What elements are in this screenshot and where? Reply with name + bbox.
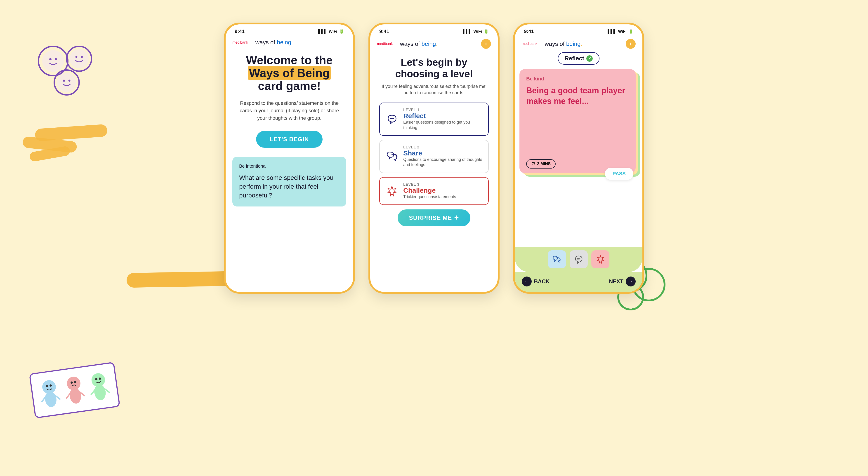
level-1-card[interactable]: LEVEL 1 Reflect Easier questions designe… — [379, 102, 489, 136]
bottom-card-reflect[interactable] — [569, 250, 588, 268]
brand-logo-2: medibank ways of being. — [377, 40, 438, 47]
svg-point-10 — [63, 80, 65, 82]
bottom-cards-row — [515, 247, 643, 272]
status-bar-3: 9:41 ▌▌▌ WiFi 🔋 — [515, 24, 643, 37]
level-1-info: LEVEL 1 Reflect Easier questions designe… — [403, 108, 483, 130]
reflect-header: Reflect ✓ — [515, 52, 643, 65]
level-2-card[interactable]: LEVEL 2 Share Questions to encourage sha… — [379, 140, 489, 173]
surprise-me-button[interactable]: SURPRISE ME ✦ — [398, 210, 470, 226]
status-bar-2: 9:41 ▌▌▌ WiFi 🔋 — [370, 24, 498, 37]
svg-point-4 — [70, 49, 89, 68]
battery-icon-3: 🔋 — [628, 29, 633, 34]
back-arrow: ← — [522, 277, 532, 286]
nav-bar-1: medibank ways of being. — [225, 37, 353, 49]
signal-icon-3: ▌▌▌ — [608, 29, 616, 34]
status-icons-2: ▌▌▌ WiFi 🔋 — [463, 29, 489, 34]
svg-point-38 — [578, 258, 579, 260]
svg-point-37 — [577, 258, 578, 260]
wifi-icon-2: WiFi — [473, 29, 482, 34]
phone-1: 9:41 ▌▌▌ WiFi 🔋 medibank ways of being. … — [224, 23, 355, 294]
choose-level-description: If you're feeling adventurous select the… — [379, 83, 489, 96]
bottom-card-share[interactable] — [548, 250, 566, 268]
brand-medi-1: medi — [232, 40, 240, 44]
brand-logo-1: medibank ways of being. — [232, 39, 293, 46]
bottom-navigation: ← BACK NEXT → — [515, 272, 643, 292]
wifi-icon: WiFi — [329, 29, 337, 34]
brand-logo-3: medibank ways of being. — [522, 40, 582, 47]
level-2-info: LEVEL 2 Share Questions to encourage sha… — [403, 145, 483, 168]
phone1-content: Welcome to the Ways of Being card game! … — [225, 49, 353, 292]
info-button-2[interactable]: i — [481, 39, 491, 49]
purple-circles-decoration — [35, 43, 103, 102]
svg-point-11 — [68, 80, 70, 82]
card-label-1: Be intentional — [239, 164, 340, 169]
time-2: 9:41 — [379, 28, 389, 34]
battery-icon: 🔋 — [339, 29, 344, 34]
timer-icon: ⏱ — [531, 161, 535, 166]
svg-marker-40 — [597, 255, 604, 263]
card-stack-container: Be kind Being a good team player makes m… — [515, 69, 643, 247]
pass-button[interactable]: PASS — [605, 168, 633, 180]
welcome-description: Respond to the questions/ statements on … — [235, 99, 344, 122]
reflect-check: ✓ — [586, 55, 593, 62]
level-1-icon — [385, 113, 399, 126]
next-button[interactable]: NEXT → — [609, 277, 636, 286]
svg-marker-36 — [388, 186, 396, 196]
svg-point-33 — [390, 118, 391, 119]
nav-bar-2: medibank ways of being. i — [370, 37, 498, 52]
character-sticker — [29, 362, 120, 419]
level-2-icon — [385, 150, 399, 163]
svg-point-7 — [55, 58, 57, 60]
reflect-tag[interactable]: Reflect ✓ — [558, 52, 600, 65]
svg-point-22 — [69, 387, 82, 404]
signal-icon-2: ▌▌▌ — [463, 29, 471, 34]
phone-3: 9:41 ▌▌▌ WiFi 🔋 medibank ways of being. … — [513, 23, 644, 294]
welcome-title: Welcome to the Ways of Being card game! — [235, 54, 344, 93]
phone2-content: Let's begin by choosing a level If you'r… — [370, 52, 498, 292]
status-icons-1: ▌▌▌ WiFi 🔋 — [318, 29, 344, 34]
svg-point-35 — [393, 118, 394, 119]
time-1: 9:41 — [235, 28, 245, 34]
phone-2: 9:41 ▌▌▌ WiFi 🔋 medibank ways of being. … — [368, 23, 500, 294]
svg-point-3 — [42, 50, 64, 72]
svg-point-39 — [579, 258, 581, 260]
svg-point-9 — [81, 56, 83, 58]
svg-point-5 — [57, 73, 76, 92]
svg-point-8 — [75, 56, 78, 58]
info-button-3[interactable]: i — [626, 39, 636, 49]
svg-point-28 — [93, 384, 107, 401]
brand-being-1: being — [277, 39, 291, 45]
svg-point-16 — [44, 391, 57, 408]
brand-bank-1: bank — [240, 40, 248, 44]
card-main-text: Being a good team player makes me feel..… — [526, 85, 629, 157]
back-button[interactable]: ← BACK — [522, 277, 550, 286]
level-3-info: LEVEL 3 Challenge Trickier questions/sta… — [403, 183, 456, 199]
svg-point-6 — [49, 58, 52, 60]
card-front: Be kind Being a good team player makes m… — [520, 69, 636, 173]
battery-icon-2: 🔋 — [484, 29, 489, 34]
card-stack: Be kind Being a good team player makes m… — [520, 69, 638, 187]
status-bar-1: 9:41 ▌▌▌ WiFi 🔋 — [225, 24, 353, 37]
card-timer: ⏱ 2 MINS — [526, 159, 556, 168]
time-3: 9:41 — [524, 28, 534, 34]
level-3-icon — [385, 184, 399, 198]
card-category: Be kind — [526, 76, 629, 82]
level-3-card[interactable]: LEVEL 3 Challenge Trickier questions/sta… — [379, 177, 489, 205]
phones-container: 9:41 ▌▌▌ WiFi 🔋 medibank ways of being. … — [224, 23, 644, 294]
brand-ways-1: ways of being. — [255, 39, 293, 46]
svg-point-34 — [391, 118, 393, 119]
card-text-1: What are some specific tasks you perform… — [239, 173, 340, 200]
nav-bar-3: medibank ways of being. i — [515, 37, 643, 52]
choose-level-title: Let's begin by choosing a level — [379, 57, 489, 80]
lets-begin-button[interactable]: LET'S BEGIN — [256, 131, 322, 148]
bottom-card-challenge[interactable] — [591, 250, 610, 268]
next-arrow: → — [626, 277, 636, 286]
signal-icon: ▌▌▌ — [318, 29, 327, 34]
wifi-icon-3: WiFi — [618, 29, 627, 34]
card-preview-1: Be intentional What are some specific ta… — [232, 157, 346, 207]
status-icons-3: ▌▌▌ WiFi 🔋 — [608, 29, 633, 34]
